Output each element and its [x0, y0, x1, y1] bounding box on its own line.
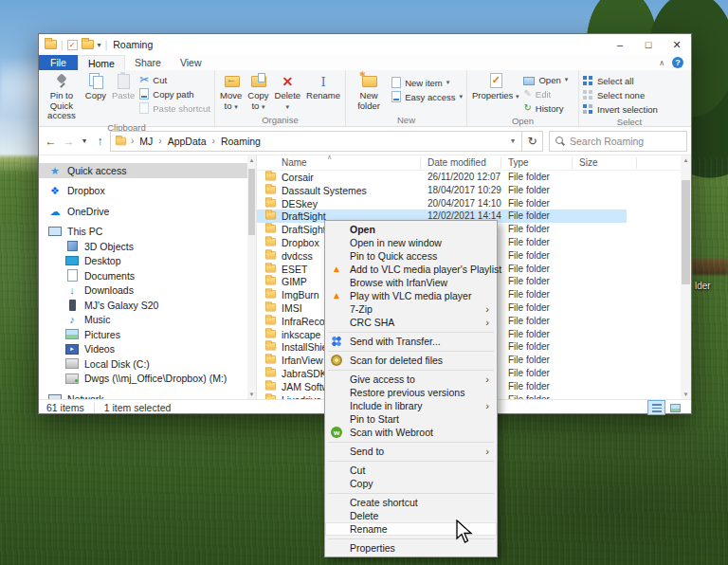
scroll-down-icon[interactable]: ▼ [682, 392, 690, 397]
maximize-button[interactable]: □ [634, 34, 663, 55]
paste-button[interactable]: Paste [109, 72, 137, 102]
forward-button[interactable]: → [61, 131, 77, 152]
menu-item-open-in-new-window[interactable]: Open in new window [325, 236, 497, 249]
recover-icon [331, 355, 342, 366]
menu-item-pin-to-quick-access[interactable]: Pin to Quick access [325, 249, 497, 263]
column-header-size[interactable]: Size [579, 157, 597, 168]
easy-access-button[interactable]: Easy access▾ [391, 90, 463, 103]
menu-item-give-access-to[interactable]: Give access to› [325, 373, 497, 386]
properties-button[interactable]: Properties ▾ [469, 72, 521, 103]
menu-item-browse-with-irfanview[interactable]: Browse with IrfanView [325, 276, 497, 289]
select-none-button[interactable]: Select none [583, 88, 658, 101]
sidebar-item-music[interactable]: ♪Music [39, 313, 256, 328]
scroll-up-icon[interactable]: ▲ [247, 157, 256, 163]
rename-button[interactable]: I Rename [303, 72, 343, 102]
invert-selection-button[interactable]: Invert selection [583, 102, 658, 116]
copy-path-button[interactable]: Copy path [139, 87, 210, 100]
back-button[interactable]: ← [43, 131, 59, 152]
menu-separator [328, 332, 494, 333]
scroll-down-icon[interactable]: ▼ [247, 392, 256, 397]
table-row-corsair[interactable]: Corsair26/11/2020 12:07File folder [257, 171, 681, 184]
sidebar-item-quick-access[interactable]: ★Quick access [39, 163, 256, 178]
new-folder-qat-icon[interactable] [82, 40, 94, 49]
menu-item-add-to-vlc-media-player-s-playlist[interactable]: ▲Add to VLC media player's Playlist [325, 263, 497, 276]
tab-file[interactable]: File [39, 55, 78, 70]
menu-item-crc-sha[interactable]: CRC SHA› [325, 316, 497, 329]
table-row-dassault-systemes[interactable]: Dassault Systemes18/04/2017 10:29File fo… [257, 184, 681, 197]
menu-item-label: Pin to Start [350, 413, 399, 425]
close-button[interactable]: ✕ [663, 34, 691, 55]
address-dropdown-icon[interactable]: ▾ [508, 137, 518, 145]
menu-item-send-to[interactable]: Send to› [325, 445, 497, 458]
sidebar-item-desktop[interactable]: Desktop [39, 254, 256, 269]
sidebar-item-dropbox[interactable]: ❖Dropbox [39, 184, 256, 199]
tab-home[interactable]: Home [78, 55, 125, 70]
copy-button[interactable]: Copy [82, 72, 109, 102]
column-header-type[interactable]: Type [508, 157, 529, 168]
new-folder-button[interactable]: New folder [348, 72, 390, 112]
thumbnail-view-button[interactable] [667, 401, 683, 414]
tab-view[interactable]: View [171, 55, 211, 70]
properties-check-icon[interactable]: ✓ [67, 40, 78, 50]
history-dropdown-icon[interactable]: ▾ [79, 131, 90, 152]
menu-item-scan-with-webroot[interactable]: wScan with Webroot [325, 426, 497, 439]
sidebar-item-videos[interactable]: Videos [39, 342, 256, 357]
menu-item-scan-for-deleted-files[interactable]: Scan for deleted files [325, 354, 497, 367]
breadcrumb-segment-mj[interactable]: MJ [137, 136, 155, 147]
sidebar-item-local-disk-c[interactable]: Local Disk (C:) [39, 356, 256, 372]
sidebar-item-3d-objects[interactable]: 3D Objects [39, 239, 256, 254]
history-button[interactable]: ↻ History [523, 101, 568, 115]
scroll-up-icon[interactable]: ▲ [682, 157, 690, 163]
column-header-date-modified[interactable]: Date modified [428, 157, 486, 168]
details-view-button[interactable] [648, 401, 664, 414]
menu-item-play-with-vlc-media-player[interactable]: ▲Play with VLC media player [325, 289, 497, 302]
open-button[interactable]: Open▾ [523, 73, 568, 86]
menu-item-include-in-library[interactable]: Include in library› [325, 399, 497, 412]
breadcrumb-segment-roaming[interactable]: Roaming [219, 136, 263, 147]
column-header-name[interactable]: Name [282, 157, 307, 168]
sidebar-scroll-thumb[interactable] [248, 169, 255, 235]
menu-item-send-with-transfer[interactable]: Send with Transfer... [325, 335, 497, 348]
sidebar-item-downloads[interactable]: ↓Downloads [39, 283, 256, 299]
menu-item-restore-previous-versions[interactable]: Restore previous versions [325, 386, 497, 399]
qat-customize-caret-icon[interactable]: ▾ [98, 41, 101, 49]
sidebar-item-dwgs-mj-office-dropbox-m[interactable]: Dwgs (\\mj_Office\Dropbox) (M:) [39, 372, 256, 387]
sidebar-item-documents[interactable]: Documents [39, 268, 256, 283]
select-all-button[interactable]: Select all [583, 74, 658, 87]
menu-item-pin-to-start[interactable]: Pin to Start [325, 412, 497, 426]
sidebar-item-pictures[interactable]: Pictures [39, 327, 256, 342]
address-box[interactable]: ›MJ›AppData›Roaming ▾ [110, 131, 522, 152]
tab-share[interactable]: Share [125, 55, 171, 70]
move-to-button[interactable]: Move to ▾ [217, 72, 245, 113]
menu-item-7-zip[interactable]: 7-Zip› [325, 302, 497, 316]
menu-item-label: Delete [350, 510, 378, 521]
table-row-deskey[interactable]: DESkey20/04/2017 14:10File folder [257, 197, 681, 210]
menu-item-copy[interactable]: Copy [325, 477, 497, 490]
list-scrollbar[interactable]: ▲ ▼ [681, 155, 691, 399]
sidebar-item-network[interactable]: Network [39, 392, 256, 399]
ribbon-collapse-icon[interactable]: ∧ [659, 59, 664, 67]
paste-shortcut-button[interactable]: Paste shortcut [139, 101, 210, 115]
minimize-button[interactable]: – [606, 34, 634, 55]
sidebar-item-mj-s-galaxy-s20[interactable]: MJ's Galaxy S20 [39, 298, 256, 313]
delete-button[interactable]: ✕ Delete ▾ [272, 72, 303, 113]
search-input[interactable] [570, 136, 681, 147]
pin-to-quick-access-button[interactable]: Pin to Quick access [41, 72, 82, 122]
sidebar-item-this-pc[interactable]: This PC [39, 225, 256, 240]
edit-button[interactable]: ✎ Edit [523, 87, 568, 100]
menu-item-cut[interactable]: Cut [325, 464, 497, 477]
select-none-icon [583, 90, 593, 100]
sidebar-item-onedrive[interactable]: ☁OneDrive [39, 204, 256, 219]
help-icon[interactable]: ? [672, 57, 683, 68]
menu-item-open[interactable]: Open [325, 223, 497, 236]
cut-button[interactable]: ✂ Cut [139, 73, 210, 86]
sidebar-scrollbar[interactable]: ▲ ▼ [247, 155, 256, 399]
menu-item-create-shortcut[interactable]: Create shortcut [325, 496, 497, 509]
copy-to-button[interactable]: Copy to ▾ [245, 72, 271, 113]
refresh-icon[interactable]: ↻ [522, 131, 543, 152]
breadcrumb-segment-appdata[interactable]: AppData [166, 136, 209, 147]
up-button[interactable]: ↑ [92, 131, 108, 152]
list-scroll-thumb[interactable] [682, 180, 690, 284]
new-item-button[interactable]: New item▾ [391, 76, 463, 89]
search-box[interactable] [549, 131, 687, 152]
